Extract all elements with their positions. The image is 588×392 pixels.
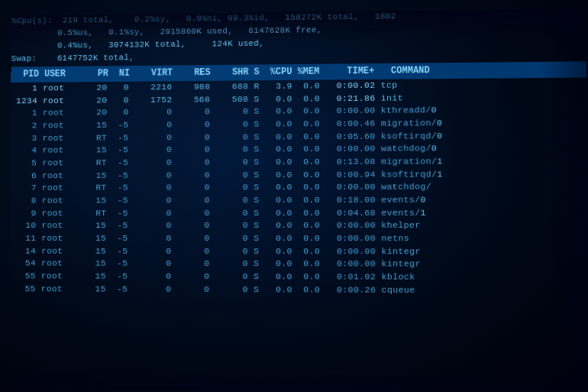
- process-row-13: 14 root 15 -5 0 0 0 S 0.0 0.0 0:00.00 ki…: [9, 245, 588, 258]
- process-row-12: 11 root 15 -5 0 0 0 S 0.0 0.0 0:00.00 ne…: [9, 232, 588, 245]
- process-row-9: 8 root 15 -5 0 0 0 S 0.0 0.0 0:18.00 eve…: [10, 193, 588, 207]
- process-row-16: 55 root 15 -5 0 0 0 S 0.0 0.0 0:00.26 cq…: [8, 283, 588, 297]
- screen-content: %Cpu(s): 219 total, 0.2%sy, 0.0%ni, 99.3…: [8, 8, 588, 392]
- process-row-10: 9 root RT -5 0 0 0 S 0.0 0.0 0:04.68 eve…: [9, 206, 588, 220]
- process-row-15: 55 root 15 -5 0 0 0 S 0.0 0.0 0:01.02 kb…: [9, 270, 588, 284]
- process-row-14: 54 root 15 -5 0 0 0 S 0.0 0.0 0:00.00 ki…: [9, 258, 588, 271]
- process-row-11: 10 root 15 -5 0 0 0 S 0.0 0.0 0:00.00 kh…: [9, 219, 588, 232]
- blur-overlay-bottom: [8, 366, 588, 392]
- process-row-8: 7 root RT -5 0 0 0 S 0.0 0.0 0:00.00 wat…: [10, 180, 588, 195]
- terminal-screen: %Cpu(s): 219 total, 0.2%sy, 0.0%ni, 99.3…: [0, 0, 588, 392]
